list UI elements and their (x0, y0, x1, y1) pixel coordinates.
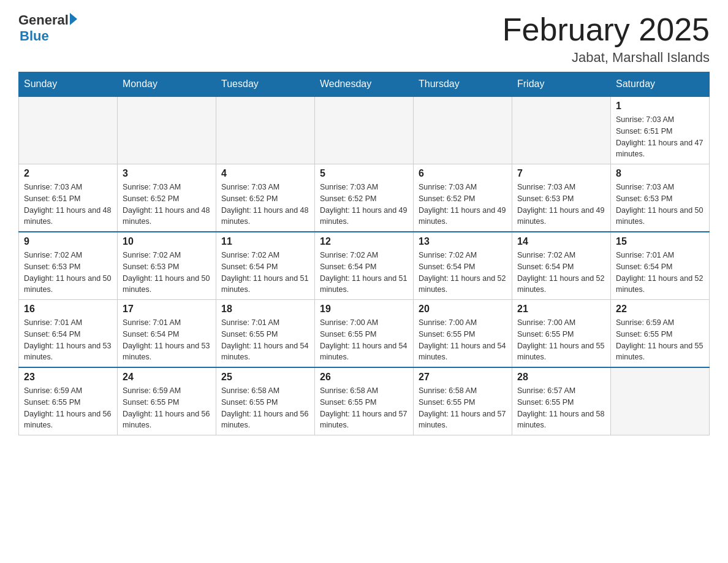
calendar-day-cell: 25Sunrise: 6:58 AMSunset: 6:55 PMDayligh… (216, 367, 315, 435)
day-number: 20 (419, 304, 507, 315)
day-number: 16 (24, 304, 112, 315)
day-info: Sunrise: 7:02 AMSunset: 6:54 PMDaylight:… (221, 250, 309, 296)
calendar-day-cell: 22Sunrise: 6:59 AMSunset: 6:55 PMDayligh… (611, 300, 710, 368)
day-number: 24 (123, 372, 211, 383)
calendar-table: SundayMondayTuesdayWednesdayThursdayFrid… (18, 72, 710, 435)
calendar-day-cell: 24Sunrise: 6:59 AMSunset: 6:55 PMDayligh… (118, 367, 216, 435)
calendar-day-cell: 26Sunrise: 6:58 AMSunset: 6:55 PMDayligh… (315, 367, 414, 435)
day-of-week-header: Thursday (414, 72, 512, 97)
day-info: Sunrise: 7:02 AMSunset: 6:54 PMDaylight:… (419, 250, 507, 296)
calendar-day-cell (19, 96, 118, 164)
calendar-day-cell (414, 96, 512, 164)
calendar-week-row: 9Sunrise: 7:02 AMSunset: 6:53 PMDaylight… (19, 232, 710, 300)
calendar-week-row: 23Sunrise: 6:59 AMSunset: 6:55 PMDayligh… (19, 367, 710, 435)
day-number: 28 (517, 372, 605, 383)
title-section: February 2025 Jabat, Marshall Islands (502, 12, 710, 66)
month-title: February 2025 (502, 12, 710, 47)
day-number: 18 (221, 304, 309, 315)
calendar-day-cell (216, 96, 315, 164)
day-info: Sunrise: 7:03 AMSunset: 6:52 PMDaylight:… (320, 182, 408, 228)
day-info: Sunrise: 7:02 AMSunset: 6:53 PMDaylight:… (24, 250, 112, 296)
day-info: Sunrise: 6:58 AMSunset: 6:55 PMDaylight:… (419, 385, 507, 431)
calendar-header: SundayMondayTuesdayWednesdayThursdayFrid… (19, 72, 710, 97)
calendar-day-cell: 8Sunrise: 7:03 AMSunset: 6:53 PMDaylight… (611, 164, 710, 232)
calendar-day-cell: 23Sunrise: 6:59 AMSunset: 6:55 PMDayligh… (19, 367, 118, 435)
calendar-week-row: 2Sunrise: 7:03 AMSunset: 6:51 PMDaylight… (19, 164, 710, 232)
calendar-day-cell (611, 367, 710, 435)
calendar-day-cell: 12Sunrise: 7:02 AMSunset: 6:54 PMDayligh… (315, 232, 414, 300)
day-info: Sunrise: 6:59 AMSunset: 6:55 PMDaylight:… (616, 317, 704, 363)
day-info: Sunrise: 6:58 AMSunset: 6:55 PMDaylight:… (320, 385, 408, 431)
day-of-week-header: Sunday (19, 72, 118, 97)
day-number: 4 (221, 168, 309, 179)
day-number: 6 (419, 168, 507, 179)
day-info: Sunrise: 6:59 AMSunset: 6:55 PMDaylight:… (24, 385, 112, 431)
day-info: Sunrise: 7:01 AMSunset: 6:54 PMDaylight:… (24, 317, 112, 363)
day-number: 13 (419, 236, 507, 247)
day-number: 5 (320, 168, 408, 179)
day-number: 11 (221, 236, 309, 247)
calendar-week-row: 16Sunrise: 7:01 AMSunset: 6:54 PMDayligh… (19, 300, 710, 368)
day-number: 23 (24, 372, 112, 383)
day-number: 2 (24, 168, 112, 179)
day-info: Sunrise: 7:01 AMSunset: 6:54 PMDaylight:… (123, 317, 211, 363)
day-of-week-header: Friday (512, 72, 611, 97)
calendar-day-cell: 9Sunrise: 7:02 AMSunset: 6:53 PMDaylight… (19, 232, 118, 300)
calendar-day-cell: 2Sunrise: 7:03 AMSunset: 6:51 PMDaylight… (19, 164, 118, 232)
calendar-week-row: 1Sunrise: 7:03 AMSunset: 6:51 PMDaylight… (19, 96, 710, 164)
day-number: 19 (320, 304, 408, 315)
calendar-day-cell (315, 96, 414, 164)
day-number: 26 (320, 372, 408, 383)
day-info: Sunrise: 7:02 AMSunset: 6:54 PMDaylight:… (320, 250, 408, 296)
day-info: Sunrise: 7:02 AMSunset: 6:54 PMDaylight:… (517, 250, 605, 296)
calendar-day-cell: 1Sunrise: 7:03 AMSunset: 6:51 PMDaylight… (611, 96, 710, 164)
day-info: Sunrise: 7:00 AMSunset: 6:55 PMDaylight:… (517, 317, 605, 363)
calendar-day-cell: 28Sunrise: 6:57 AMSunset: 6:55 PMDayligh… (512, 367, 611, 435)
day-info: Sunrise: 6:58 AMSunset: 6:55 PMDaylight:… (221, 385, 309, 431)
days-of-week-row: SundayMondayTuesdayWednesdayThursdayFrid… (19, 72, 710, 97)
day-info: Sunrise: 7:02 AMSunset: 6:53 PMDaylight:… (123, 250, 211, 296)
page-header: General Blue February 2025 Jabat, Marsha… (18, 12, 710, 66)
calendar-day-cell: 3Sunrise: 7:03 AMSunset: 6:52 PMDaylight… (118, 164, 216, 232)
calendar-day-cell: 5Sunrise: 7:03 AMSunset: 6:52 PMDaylight… (315, 164, 414, 232)
day-info: Sunrise: 7:01 AMSunset: 6:54 PMDaylight:… (616, 250, 704, 296)
day-info: Sunrise: 7:03 AMSunset: 6:52 PMDaylight:… (221, 182, 309, 228)
day-info: Sunrise: 7:03 AMSunset: 6:52 PMDaylight:… (419, 182, 507, 228)
day-info: Sunrise: 7:00 AMSunset: 6:55 PMDaylight:… (320, 317, 408, 363)
calendar-day-cell: 19Sunrise: 7:00 AMSunset: 6:55 PMDayligh… (315, 300, 414, 368)
calendar-day-cell: 10Sunrise: 7:02 AMSunset: 6:53 PMDayligh… (118, 232, 216, 300)
day-number: 7 (517, 168, 605, 179)
calendar-day-cell: 18Sunrise: 7:01 AMSunset: 6:55 PMDayligh… (216, 300, 315, 368)
calendar-day-cell: 7Sunrise: 7:03 AMSunset: 6:53 PMDaylight… (512, 164, 611, 232)
day-number: 10 (123, 236, 211, 247)
calendar-day-cell: 27Sunrise: 6:58 AMSunset: 6:55 PMDayligh… (414, 367, 512, 435)
day-info: Sunrise: 7:03 AMSunset: 6:53 PMDaylight:… (517, 182, 605, 228)
logo-arrow-icon (70, 13, 77, 25)
calendar-day-cell: 11Sunrise: 7:02 AMSunset: 6:54 PMDayligh… (216, 232, 315, 300)
day-info: Sunrise: 7:01 AMSunset: 6:55 PMDaylight:… (221, 317, 309, 363)
location-text: Jabat, Marshall Islands (502, 50, 710, 66)
day-number: 15 (616, 236, 704, 247)
calendar-body: 1Sunrise: 7:03 AMSunset: 6:51 PMDaylight… (19, 96, 710, 435)
logo-blue-text: Blue (20, 28, 49, 44)
calendar-day-cell: 6Sunrise: 7:03 AMSunset: 6:52 PMDaylight… (414, 164, 512, 232)
calendar-day-cell: 14Sunrise: 7:02 AMSunset: 6:54 PMDayligh… (512, 232, 611, 300)
day-number: 22 (616, 304, 704, 315)
day-info: Sunrise: 7:00 AMSunset: 6:55 PMDaylight:… (419, 317, 507, 363)
calendar-day-cell: 17Sunrise: 7:01 AMSunset: 6:54 PMDayligh… (118, 300, 216, 368)
day-number: 8 (616, 168, 704, 179)
day-number: 3 (123, 168, 211, 179)
day-number: 1 (616, 101, 704, 112)
calendar-day-cell (118, 96, 216, 164)
day-number: 21 (517, 304, 605, 315)
day-number: 25 (221, 372, 309, 383)
calendar-day-cell: 21Sunrise: 7:00 AMSunset: 6:55 PMDayligh… (512, 300, 611, 368)
day-number: 27 (419, 372, 507, 383)
logo-general-text: General (18, 12, 69, 28)
day-info: Sunrise: 6:59 AMSunset: 6:55 PMDaylight:… (123, 385, 211, 431)
day-info: Sunrise: 6:57 AMSunset: 6:55 PMDaylight:… (517, 385, 605, 431)
day-of-week-header: Monday (118, 72, 216, 97)
day-info: Sunrise: 7:03 AMSunset: 6:51 PMDaylight:… (24, 182, 112, 228)
calendar-day-cell: 20Sunrise: 7:00 AMSunset: 6:55 PMDayligh… (414, 300, 512, 368)
day-of-week-header: Saturday (611, 72, 710, 97)
